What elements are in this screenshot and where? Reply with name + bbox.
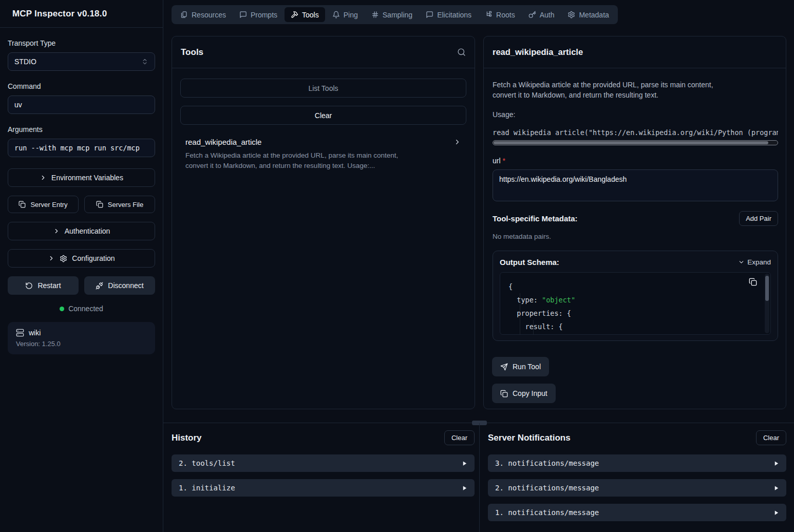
tab-tools[interactable]: Tools (285, 7, 325, 22)
environment-variables-button[interactable]: Environment Variables (8, 168, 155, 187)
expand-label: Expand (747, 258, 771, 266)
tab-label: Sampling (383, 11, 412, 19)
history-row-label: 2. tools/list (179, 459, 462, 467)
run-tool-label: Run Tool (513, 363, 541, 371)
sidebar-header: MCP Inspector v0.18.0 (0, 0, 163, 28)
disconnect-label: Disconnect (108, 281, 143, 290)
url-input[interactable]: https://en.wikipedia.org/wiki/Bangladesh (493, 169, 778, 201)
tab-roots[interactable]: Roots (479, 7, 521, 22)
metadata-empty-text: No metadata pairs. (493, 233, 777, 240)
history-row[interactable]: 2. tools/list (172, 454, 475, 472)
gear-icon (568, 11, 575, 18)
search-icon[interactable] (457, 48, 466, 56)
notification-row[interactable]: 3. notifications/message (488, 454, 786, 472)
list-tools-button[interactable]: List Tools (180, 79, 466, 98)
tools-panel-title: Tools (181, 47, 457, 58)
transport-select[interactable]: STDIO (8, 52, 155, 71)
chevron-down-icon (738, 259, 745, 265)
usage-horizontal-scrollbar[interactable] (493, 140, 778, 145)
tab-elicitations[interactable]: Elicitations (420, 7, 478, 22)
clear-history-button[interactable]: Clear (444, 430, 475, 445)
authentication-button[interactable]: Authentication (8, 222, 155, 240)
play-icon (773, 510, 779, 516)
tool-detail-panel: read_wikipedia_article Fetch a Wikipedia… (483, 36, 786, 409)
server-icon (16, 329, 24, 337)
configuration-button[interactable]: Configuration (8, 249, 155, 268)
server-entry-button[interactable]: Server Entry (8, 196, 79, 213)
code-line: title: "Result" (508, 333, 770, 335)
servers-file-label: Servers File (108, 201, 143, 208)
copy-icon (96, 201, 103, 208)
top-nav: Resources Prompts Tools Ping Sampling El… (172, 5, 618, 24)
restart-button[interactable]: Restart (8, 276, 79, 295)
status-dot (60, 307, 64, 311)
url-label: url (493, 157, 501, 165)
usage-code: read_wikipedia_article("https://en.wikip… (493, 128, 778, 137)
tool-metadata-label: Tool-specific Metadata: (493, 214, 739, 223)
tab-metadata[interactable]: Metadata (561, 7, 615, 22)
indent-guide (520, 293, 520, 334)
detail-panel-title: read_wikipedia_article (493, 47, 777, 57)
expand-schema-toggle[interactable]: Expand (738, 258, 771, 266)
tab-ping[interactable]: Ping (326, 7, 364, 22)
notification-row[interactable]: 1. notifications/message (488, 504, 786, 521)
unplug-icon (96, 282, 103, 290)
tab-label: Roots (496, 11, 515, 19)
servers-file-button[interactable]: Servers File (84, 196, 155, 213)
tab-prompts[interactable]: Prompts (233, 7, 283, 22)
transport-type-label: Transport Type (8, 39, 155, 47)
copy-input-button[interactable]: Copy Input (492, 384, 556, 403)
network-icon (485, 11, 493, 18)
message-square-icon (239, 11, 247, 18)
code-line: properties: { (508, 307, 770, 320)
tool-list-item[interactable]: read_wikipedia_article Fetch a Wikipedia… (180, 133, 466, 171)
play-icon (462, 485, 467, 491)
tab-label: Metadata (579, 11, 609, 19)
bell-icon (332, 11, 340, 18)
server-entry-label: Server Entry (30, 201, 67, 208)
authentication-label: Authentication (65, 227, 110, 235)
run-tool-button[interactable]: Run Tool (492, 357, 549, 376)
tab-label: Elicitations (437, 11, 471, 19)
tool-name: read_wikipedia_article (185, 138, 453, 146)
app-title: MCP Inspector v0.18.0 (12, 9, 107, 19)
tab-auth[interactable]: Auth (522, 7, 561, 22)
tab-label: Ping (344, 11, 358, 19)
disconnect-button[interactable]: Disconnect (84, 276, 155, 295)
chevron-right-icon (48, 255, 55, 262)
tab-resources[interactable]: Resources (174, 7, 232, 22)
schema-code-block: { type: "object" properties: { result: {… (500, 272, 771, 335)
chevrons-up-down-icon (141, 58, 148, 65)
tool-detail-description: Fetch a Wikipedia article at the provide… (493, 80, 734, 100)
code-line: { (508, 280, 770, 293)
history-row[interactable]: 1. initialize (172, 479, 475, 497)
server-version: Version: 1.25.0 (16, 340, 147, 348)
notification-row[interactable]: 2. notifications/message (488, 479, 786, 497)
server-notifications-section: Server Notifications Clear 3. notificati… (488, 430, 786, 528)
play-icon (773, 461, 779, 466)
history-title: History (172, 433, 444, 443)
send-icon (500, 363, 508, 371)
tab-label: Tools (302, 11, 319, 19)
add-pair-button[interactable]: Add Pair (739, 211, 778, 226)
hash-icon (371, 11, 379, 18)
tab-label: Resources (192, 11, 226, 19)
status-text: Connected (68, 305, 103, 313)
notification-row-label: 1. notifications/message (495, 508, 773, 517)
clear-tools-button[interactable]: Clear (180, 106, 466, 125)
message-square-icon (426, 11, 433, 18)
clear-notifications-button[interactable]: Clear (756, 430, 786, 445)
tab-label: Prompts (251, 11, 277, 19)
schema-vertical-scrollbar[interactable] (765, 274, 769, 333)
restart-label: Restart (37, 281, 61, 290)
command-input[interactable] (8, 96, 155, 114)
command-label: Command (8, 82, 155, 90)
tab-sampling[interactable]: Sampling (365, 7, 419, 22)
arguments-input[interactable] (8, 139, 155, 157)
sidebar: MCP Inspector v0.18.0 Transport Type STD… (0, 0, 163, 532)
tab-label: Auth (540, 11, 555, 19)
copy-schema-button[interactable] (749, 278, 757, 286)
server-info-card: wiki Version: 1.25.0 (8, 322, 155, 354)
notification-row-label: 2. notifications/message (495, 484, 773, 492)
code-line: result: { (508, 320, 770, 333)
